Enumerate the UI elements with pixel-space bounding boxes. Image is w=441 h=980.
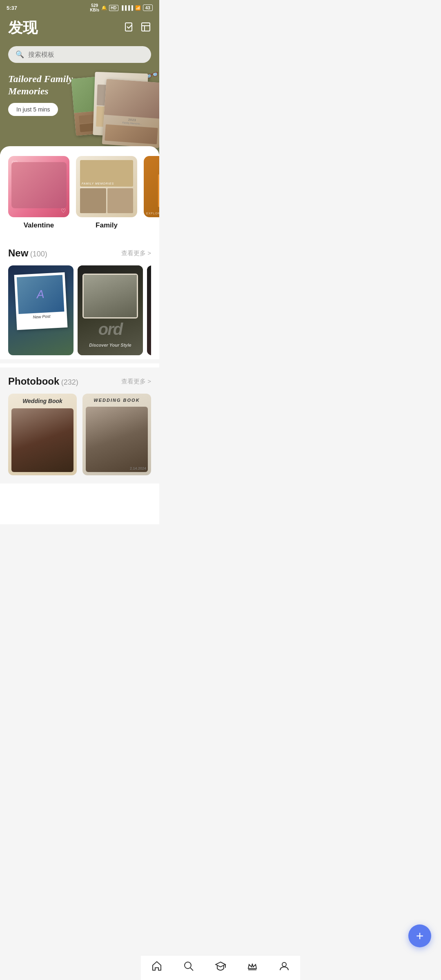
photobook-see-more[interactable]: 查看更多 > — [121, 378, 151, 385]
expand-button[interactable] — [140, 22, 151, 35]
signal-icon: ▐▐▐▐ — [120, 5, 133, 10]
search-bar-container[interactable]: 🔍 — [8, 46, 151, 63]
page-title: 发现 — [8, 18, 38, 38]
wedding-book-2-photo — [86, 407, 148, 472]
polaroid-photo: A — [17, 275, 65, 314]
photobook-card-wedding1[interactable]: Wedding Book — [8, 394, 77, 475]
hero-cta-button[interactable]: In just 5 mins — [8, 103, 58, 116]
svg-rect-4 — [158, 174, 159, 207]
photobook-section: Photobook (232) 查看更多 > Wedding Book WEDD… — [0, 368, 159, 483]
wedding-book-1-photo — [11, 408, 74, 472]
be-unique-label: Be Unique Express Your Individuality — [147, 338, 151, 348]
photobook-card-wedding2[interactable]: WEDDING BOOK 2.14.2024 — [82, 394, 151, 475]
header-actions — [124, 22, 151, 35]
time: 5:37 — [7, 5, 17, 11]
svg-rect-1 — [142, 23, 150, 31]
svg-rect-0 — [125, 23, 132, 31]
template-card-discover[interactable]: ord Discover Your Style — [78, 265, 143, 355]
template-card-be-unique[interactable]: Be Unique Express Your Individuality — [147, 265, 151, 355]
polaroid-frame: A New Post — [14, 272, 68, 330]
search-input[interactable] — [28, 51, 144, 58]
category-thumb-family: FAMILY MEMORIES — [76, 156, 137, 217]
hero-images: 👓 — [69, 69, 159, 150]
bookmark-check-button[interactable] — [124, 22, 135, 35]
hd-badge: HD — [109, 5, 118, 11]
wedding-book-2-title: WEDDING BOOK — [82, 394, 151, 407]
speed-indicator: 529KB/s — [90, 3, 99, 12]
category-label-valentine: Valentine — [24, 221, 54, 229]
category-item-travel[interactable]: ✈ EXPLORE WORLD Travel — [144, 156, 159, 229]
battery-icon: 43 — [143, 4, 153, 11]
category-label-family: Family — [96, 221, 118, 229]
wifi-icon: 📶 — [135, 5, 141, 11]
photobook-title: Photobook — [8, 376, 59, 387]
polaroid-label: New Post — [19, 313, 65, 320]
category-item-family[interactable]: FAMILY MEMORIES Family — [76, 156, 137, 229]
new-section-title-group: New (100) — [8, 247, 47, 259]
header: 发现 — [0, 14, 159, 46]
photobook-title-group: Photobook (232) — [8, 376, 78, 387]
category-item-valentine[interactable]: ♡ ♡ Valentine — [8, 156, 69, 229]
photobook-count: (232) — [61, 378, 78, 386]
template-card-new-post[interactable]: A New Post — [8, 265, 74, 355]
hero-banner: Tailored FamilyMemories In just 5 mins 👓 — [0, 73, 159, 154]
new-section-title: New — [8, 247, 28, 258]
discover-label: Discover Your Style — [78, 342, 143, 348]
new-see-more[interactable]: 查看更多 > — [121, 249, 151, 257]
category-thumb-valentine: ♡ ♡ — [8, 156, 69, 217]
content-area: ♡ ♡ Valentine FAMILY MEMORIES — [0, 146, 159, 524]
search-icon: 🔍 — [16, 50, 24, 59]
category-scroll[interactable]: ♡ ♡ Valentine FAMILY MEMORIES — [0, 146, 159, 234]
hero-photo-card-3: 2023 Family Memorie... — [102, 79, 159, 148]
new-section-count: (100) — [30, 250, 47, 258]
photobook-section-header: Photobook (232) 查看更多 > — [8, 376, 151, 387]
new-section-header: New (100) 查看更多 > — [8, 247, 151, 259]
wedding-book-1-title: Wedding Book — [8, 394, 77, 408]
photobook-row: Wedding Book WEDDING BOOK 2.14.2024 — [8, 394, 151, 475]
new-templates-row: A New Post ord Discover Your Style — [8, 265, 151, 355]
status-bar: 5:37 529KB/s 🔔 HD ▐▐▐▐ 📶 43 — [0, 0, 159, 14]
wedding-book-2-date: 2.14.2024 — [130, 466, 146, 470]
status-icons: 529KB/s 🔔 HD ▐▐▐▐ 📶 43 — [90, 3, 153, 12]
category-thumb-travel: ✈ EXPLORE WORLD — [144, 156, 159, 217]
new-section: New (100) 查看更多 > A New Post — [0, 239, 159, 359]
mute-icon: 🔔 — [101, 5, 107, 11]
